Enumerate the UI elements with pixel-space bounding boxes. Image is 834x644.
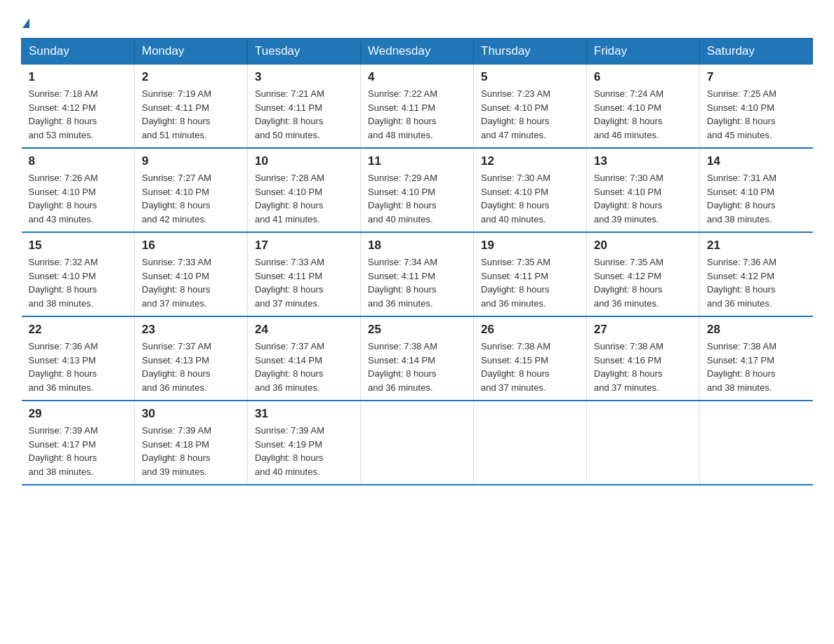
day-info: Sunrise: 7:39 AM Sunset: 4:18 PM Dayligh… [142,424,240,478]
day-number: 6 [594,70,692,84]
day-number: 7 [707,70,806,84]
calendar-cell: 30 Sunrise: 7:39 AM Sunset: 4:18 PM Dayl… [135,401,248,485]
day-number: 12 [481,154,579,168]
day-number: 10 [255,154,353,168]
day-info: Sunrise: 7:18 AM Sunset: 4:12 PM Dayligh… [29,87,128,142]
day-number: 13 [594,154,692,168]
logo-top [21,14,29,31]
calendar-cell: 22 Sunrise: 7:36 AM Sunset: 4:13 PM Dayl… [22,316,135,401]
day-number: 4 [368,70,466,84]
calendar-cell: 26 Sunrise: 7:38 AM Sunset: 4:15 PM Dayl… [474,316,587,401]
logo [21,14,29,31]
day-info: Sunrise: 7:33 AM Sunset: 4:11 PM Dayligh… [255,255,353,310]
day-info: Sunrise: 7:37 AM Sunset: 4:13 PM Dayligh… [142,340,240,394]
calendar-body: 1 Sunrise: 7:18 AM Sunset: 4:12 PM Dayli… [22,65,813,485]
day-number: 25 [368,323,466,337]
day-info: Sunrise: 7:32 AM Sunset: 4:10 PM Dayligh… [29,255,128,310]
day-info: Sunrise: 7:23 AM Sunset: 4:10 PM Dayligh… [481,87,579,142]
calendar-cell: 10 Sunrise: 7:28 AM Sunset: 4:10 PM Dayl… [248,148,361,232]
day-number: 5 [481,70,579,84]
day-number: 20 [594,239,692,253]
day-info: Sunrise: 7:30 AM Sunset: 4:10 PM Dayligh… [594,171,692,226]
day-info: Sunrise: 7:37 AM Sunset: 4:14 PM Dayligh… [255,340,353,394]
day-info: Sunrise: 7:36 AM Sunset: 4:12 PM Dayligh… [707,255,806,310]
calendar-week-5: 29 Sunrise: 7:39 AM Sunset: 4:17 PM Dayl… [22,401,813,485]
day-number: 28 [707,323,806,337]
day-number: 9 [142,154,240,168]
day-info: Sunrise: 7:38 AM Sunset: 4:14 PM Dayligh… [368,340,466,394]
day-number: 18 [368,239,466,253]
day-number: 14 [707,154,806,168]
calendar-cell: 15 Sunrise: 7:32 AM Sunset: 4:10 PM Dayl… [22,232,135,316]
calendar-cell: 7 Sunrise: 7:25 AM Sunset: 4:10 PM Dayli… [700,65,813,149]
header-thursday: Thursday [474,39,587,65]
day-info: Sunrise: 7:30 AM Sunset: 4:10 PM Dayligh… [481,171,579,226]
calendar-cell: 14 Sunrise: 7:31 AM Sunset: 4:10 PM Dayl… [700,148,813,232]
calendar-cell: 8 Sunrise: 7:26 AM Sunset: 4:10 PM Dayli… [22,148,135,232]
calendar-cell: 12 Sunrise: 7:30 AM Sunset: 4:10 PM Dayl… [474,148,587,232]
day-number: 11 [368,154,466,168]
calendar-header: SundayMondayTuesdayWednesdayThursdayFrid… [22,39,813,65]
logo-triangle-icon [22,18,29,28]
calendar-cell [361,401,474,485]
day-number: 16 [142,239,240,253]
calendar-cell: 1 Sunrise: 7:18 AM Sunset: 4:12 PM Dayli… [22,65,135,149]
calendar-cell: 3 Sunrise: 7:21 AM Sunset: 4:11 PM Dayli… [248,65,361,149]
day-number: 17 [255,239,353,253]
calendar-cell: 4 Sunrise: 7:22 AM Sunset: 4:11 PM Dayli… [361,65,474,149]
day-number: 27 [594,323,692,337]
day-number: 2 [142,70,240,84]
calendar-cell: 13 Sunrise: 7:30 AM Sunset: 4:10 PM Dayl… [587,148,700,232]
day-info: Sunrise: 7:31 AM Sunset: 4:10 PM Dayligh… [707,171,806,226]
day-number: 23 [142,323,240,337]
day-number: 15 [29,239,128,253]
calendar-cell: 28 Sunrise: 7:38 AM Sunset: 4:17 PM Dayl… [700,316,813,401]
calendar-cell: 5 Sunrise: 7:23 AM Sunset: 4:10 PM Dayli… [474,65,587,149]
day-number: 30 [142,407,240,421]
calendar-cell: 11 Sunrise: 7:29 AM Sunset: 4:10 PM Dayl… [361,148,474,232]
day-info: Sunrise: 7:35 AM Sunset: 4:12 PM Dayligh… [594,255,692,310]
day-number: 3 [255,70,353,84]
header-tuesday: Tuesday [248,39,361,65]
header-monday: Monday [135,39,248,65]
calendar-cell: 16 Sunrise: 7:33 AM Sunset: 4:10 PM Dayl… [135,232,248,316]
day-info: Sunrise: 7:39 AM Sunset: 4:19 PM Dayligh… [255,424,353,478]
day-number: 31 [255,407,353,421]
day-info: Sunrise: 7:38 AM Sunset: 4:15 PM Dayligh… [481,340,579,394]
calendar-cell: 20 Sunrise: 7:35 AM Sunset: 4:12 PM Dayl… [587,232,700,316]
calendar-week-1: 1 Sunrise: 7:18 AM Sunset: 4:12 PM Dayli… [22,65,813,149]
calendar-table: SundayMondayTuesdayWednesdayThursdayFrid… [21,38,813,485]
day-info: Sunrise: 7:26 AM Sunset: 4:10 PM Dayligh… [29,171,128,226]
day-info: Sunrise: 7:36 AM Sunset: 4:13 PM Dayligh… [29,340,128,394]
day-info: Sunrise: 7:38 AM Sunset: 4:16 PM Dayligh… [594,340,692,394]
calendar-cell: 18 Sunrise: 7:34 AM Sunset: 4:11 PM Dayl… [361,232,474,316]
calendar-cell [587,401,700,485]
calendar-cell [700,401,813,485]
day-info: Sunrise: 7:25 AM Sunset: 4:10 PM Dayligh… [707,87,806,142]
header-wednesday: Wednesday [361,39,474,65]
calendar-week-2: 8 Sunrise: 7:26 AM Sunset: 4:10 PM Dayli… [22,148,813,232]
calendar-cell: 9 Sunrise: 7:27 AM Sunset: 4:10 PM Dayli… [135,148,248,232]
day-info: Sunrise: 7:39 AM Sunset: 4:17 PM Dayligh… [29,424,128,478]
calendar-cell: 23 Sunrise: 7:37 AM Sunset: 4:13 PM Dayl… [135,316,248,401]
day-number: 29 [29,407,128,421]
day-info: Sunrise: 7:27 AM Sunset: 4:10 PM Dayligh… [142,171,240,226]
calendar-cell: 6 Sunrise: 7:24 AM Sunset: 4:10 PM Dayli… [587,65,700,149]
calendar-cell [474,401,587,485]
day-number: 1 [29,70,128,84]
day-info: Sunrise: 7:34 AM Sunset: 4:11 PM Dayligh… [368,255,466,310]
day-number: 24 [255,323,353,337]
calendar-cell: 2 Sunrise: 7:19 AM Sunset: 4:11 PM Dayli… [135,65,248,149]
header-saturday: Saturday [700,39,813,65]
day-number: 21 [707,239,806,253]
day-info: Sunrise: 7:21 AM Sunset: 4:11 PM Dayligh… [255,87,353,142]
calendar-week-3: 15 Sunrise: 7:32 AM Sunset: 4:10 PM Dayl… [22,232,813,316]
day-number: 26 [481,323,579,337]
day-info: Sunrise: 7:24 AM Sunset: 4:10 PM Dayligh… [594,87,692,142]
calendar-cell: 19 Sunrise: 7:35 AM Sunset: 4:11 PM Dayl… [474,232,587,316]
day-info: Sunrise: 7:38 AM Sunset: 4:17 PM Dayligh… [707,340,806,394]
calendar-cell: 17 Sunrise: 7:33 AM Sunset: 4:11 PM Dayl… [248,232,361,316]
day-info: Sunrise: 7:22 AM Sunset: 4:11 PM Dayligh… [368,87,466,142]
day-info: Sunrise: 7:29 AM Sunset: 4:10 PM Dayligh… [368,171,466,226]
header-sunday: Sunday [22,39,135,65]
